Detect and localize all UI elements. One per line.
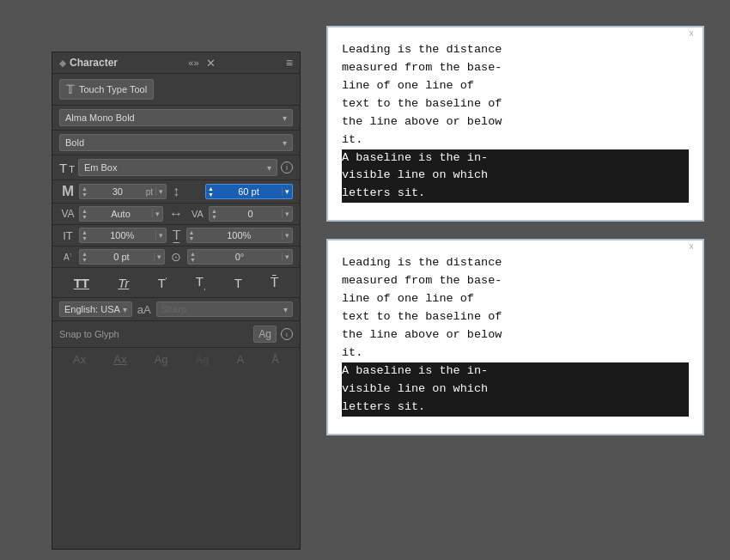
- language-value: English: USA: [64, 304, 120, 314]
- snap-icon-button[interactable]: Ag: [253, 326, 277, 343]
- size-value: 30: [89, 186, 146, 198]
- horizontal-scale-group: ▲ ▼ 100% ▾: [186, 228, 294, 243]
- bshift-spinners[interactable]: ▲ ▼: [80, 250, 89, 264]
- leading-spin-down[interactable]: ▼: [208, 192, 214, 198]
- glyph-btn-4[interactable]: A: [237, 353, 245, 366]
- baseline-icon: T T: [59, 161, 75, 175]
- glyph-btn-1[interactable]: Ax: [113, 353, 126, 366]
- glyph-btn-0[interactable]: Ax: [73, 353, 86, 366]
- rotation-input[interactable]: ▲ ▼ 0° ▾: [187, 249, 293, 265]
- vscale-dropdown[interactable]: ▾: [155, 231, 166, 240]
- font-family-select[interactable]: Alma Mono Bold ▾: [59, 109, 293, 126]
- vertical-scale-value: 100%: [89, 229, 155, 241]
- rotation-spinners[interactable]: ▲ ▼: [188, 250, 198, 264]
- kerning-input[interactable]: ▲ ▼ Auto ▾: [79, 206, 163, 222]
- leading-input[interactable]: ▲ ▼ 60 pt ▾: [205, 184, 293, 199]
- style-buttons-row: TT Tr T' T, T T̄: [52, 268, 300, 298]
- horizontal-scale-spinners[interactable]: ▲ ▼: [187, 228, 197, 242]
- hamburger-menu[interactable]: ≡: [286, 56, 293, 70]
- baseline-shift-input[interactable]: ▲ ▼ 0 pt ▾: [79, 249, 165, 265]
- close-button[interactable]: ✕: [206, 57, 216, 70]
- card2-normal-text: Leading is the distancemeasured from the…: [342, 254, 689, 362]
- tracking-dropdown[interactable]: ▾: [282, 210, 292, 218]
- bshift-spin-down[interactable]: ▼: [82, 257, 88, 263]
- vertical-scale-group: IT ▲ ▼ 100% ▾: [59, 228, 167, 243]
- leading-group: ▲ ▼ 60 pt ▾: [186, 184, 293, 199]
- vertical-scale-spinners[interactable]: ▲ ▼: [80, 228, 89, 242]
- cursor-marker-2: x: [689, 240, 694, 254]
- font-family-row: Alma Mono Bold ▾: [52, 106, 300, 131]
- hscale-spin-up[interactable]: ▲: [189, 229, 195, 235]
- size-input[interactable]: ▲ ▼ 30 pt ▾: [79, 184, 167, 199]
- tracking-arrows-icon: ↔: [169, 206, 183, 222]
- kerning-group: VA ▲ ▼ Auto ▾: [59, 206, 163, 222]
- font-style-value: Bold: [65, 137, 84, 148]
- touch-type-tool-button[interactable]: 𝕋 Touch Type Tool: [59, 79, 154, 100]
- tracking-value: 0: [219, 208, 282, 220]
- bshift-spin-up[interactable]: ▲: [82, 251, 88, 257]
- cursor-marker-1: x: [689, 27, 694, 41]
- size-group: M ▲ ▼ 30 pt ▾: [59, 183, 167, 200]
- font-style-select[interactable]: Bold ▾: [59, 134, 293, 151]
- language-select[interactable]: English: USA ▾: [59, 301, 132, 317]
- kerning-spin-down[interactable]: ▼: [82, 214, 88, 220]
- touch-type-tool-label: Touch Type Tool: [79, 84, 147, 94]
- panel-title-icon: ◆: [59, 58, 66, 68]
- baseline-shift-rotation-row: A↑ ▲ ▼ 0 pt ▾ ⊙ ▲ ▼ 0° ▾: [52, 247, 300, 268]
- vscale-spin-up[interactable]: ▲: [82, 229, 88, 235]
- tracking-spin-up[interactable]: ▲: [211, 208, 217, 214]
- leading-spin-up[interactable]: ▲: [208, 186, 214, 192]
- aa-label-icon: aA: [137, 303, 151, 316]
- antialiasing-chevron: ▾: [283, 305, 288, 314]
- subscript-style-btn[interactable]: T,: [192, 272, 210, 293]
- character-panel: ◆ Character «» ✕ ≡ 𝕋 Touch Type Tool Alm…: [52, 52, 301, 550]
- size-unit: pt: [146, 187, 155, 197]
- snap-to-glyph-label: Snap to Glyph: [59, 329, 119, 339]
- size-spin-down[interactable]: ▼: [82, 192, 88, 198]
- glyph-btn-2[interactable]: Ag: [155, 353, 168, 366]
- glyph-btn-3[interactable]: Ag: [196, 353, 210, 366]
- tracking-input[interactable]: ▲ ▼ 0 ▾: [209, 206, 293, 222]
- size-unit-dropdown[interactable]: ▾: [155, 187, 166, 196]
- leading-spinners[interactable]: ▲ ▼: [206, 185, 216, 198]
- rotation-group: ▲ ▼ 0° ▾: [187, 249, 293, 265]
- hscale-icon: T̲: [173, 228, 180, 243]
- panel-controls: «» ✕: [188, 57, 215, 70]
- horizontal-scale-value: 100%: [196, 229, 282, 241]
- glyph-btn-5[interactable]: Å: [271, 353, 279, 366]
- italic-style-btn[interactable]: Tr: [113, 274, 133, 292]
- rotation-dropdown[interactable]: ▾: [282, 253, 292, 261]
- tracking-spin-down[interactable]: ▼: [211, 214, 217, 220]
- size-spinners[interactable]: ▲ ▼: [80, 185, 89, 198]
- rotation-spin-up[interactable]: ▲: [190, 251, 196, 257]
- vertical-scale-input[interactable]: ▲ ▼ 100% ▾: [79, 228, 167, 243]
- rotation-spin-down[interactable]: ▼: [190, 257, 196, 263]
- baseline-info-icon[interactable]: i: [281, 161, 293, 173]
- baseline-chevron: ▾: [267, 163, 271, 173]
- bshift-dropdown[interactable]: ▾: [154, 253, 164, 261]
- font-family-value: Alma Mono Bold: [65, 113, 135, 123]
- allcaps-style-btn[interactable]: T: [230, 274, 246, 292]
- vscale-spin-down[interactable]: ▼: [82, 235, 88, 241]
- strikethrough-style-btn[interactable]: T̄: [266, 273, 283, 292]
- tracking-spinners[interactable]: ▲ ▼: [210, 207, 219, 221]
- kerning-spin-up[interactable]: ▲: [82, 208, 88, 214]
- kerning-tracking-row: VA ▲ ▼ Auto ▾ ↔ VA ▲ ▼ 0 ▾: [52, 204, 300, 225]
- kerning-dropdown[interactable]: ▾: [152, 210, 162, 218]
- bold-style-btn[interactable]: TT: [70, 274, 94, 292]
- antialiasing-select[interactable]: Sharp ▾: [156, 301, 293, 317]
- kerning-spinners[interactable]: ▲ ▼: [80, 207, 89, 221]
- size-spin-up[interactable]: ▲: [82, 186, 88, 192]
- baseline-value: Em Box: [84, 162, 118, 173]
- card1-selected-text: A baseline is the in-visible line on whi…: [342, 149, 689, 204]
- horizontal-scale-input[interactable]: ▲ ▼ 100% ▾: [186, 228, 294, 243]
- hscale-dropdown[interactable]: ▾: [282, 231, 292, 240]
- baseline-select[interactable]: Em Box ▾: [78, 159, 277, 176]
- baseline-shift-group: A↑ ▲ ▼ 0 pt ▾: [59, 249, 165, 265]
- leading-unit-dropdown[interactable]: ▾: [282, 187, 292, 196]
- superscript-style-btn[interactable]: T': [154, 274, 172, 292]
- language-antialiasing-row: English: USA ▾ aA Sharp ▾: [52, 298, 300, 321]
- collapse-arrows[interactable]: «»: [188, 58, 198, 68]
- hscale-spin-down[interactable]: ▼: [189, 235, 195, 241]
- snap-info-icon[interactable]: i: [281, 328, 293, 340]
